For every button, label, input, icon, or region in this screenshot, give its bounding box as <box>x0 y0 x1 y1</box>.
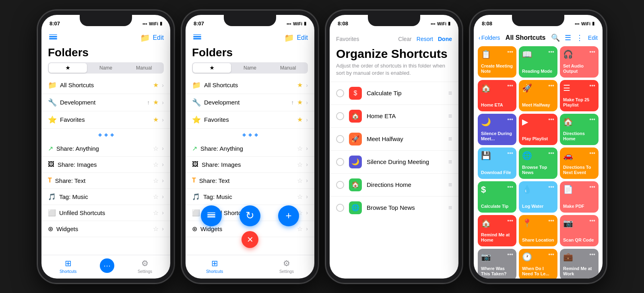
star-icon[interactable]: ★ <box>297 116 303 123</box>
tile-meet-halfway[interactable]: ••• 🚀 Meet Halfway <box>519 80 557 111</box>
drag-handle[interactable]: ≡ <box>448 158 452 166</box>
org-item-home-eta[interactable]: 🏠 Home ETA ≡ <box>330 104 458 127</box>
tile-where-was-this-taken[interactable]: ••• 📷 Where Was This Taken? <box>478 249 516 279</box>
radio-button[interactable] <box>336 135 344 143</box>
list-item-all-shortcuts-1[interactable]: 📁 All Shortcuts ★ › <box>41 77 170 94</box>
tile-dots[interactable]: ••• <box>507 49 513 55</box>
star-icon[interactable]: ★ <box>297 98 303 106</box>
tab-shortcuts-2[interactable]: ⊞ Shortcuts <box>206 258 223 274</box>
star-icon-empty[interactable]: ☆ <box>153 193 159 201</box>
radio-button[interactable] <box>336 112 344 120</box>
star-icon[interactable]: ★ <box>153 81 159 89</box>
search-icon[interactable]: 🔍 <box>551 33 560 42</box>
list-item-favorites-2[interactable]: ⭐ Favorites ★ › <box>186 111 314 129</box>
drag-handle[interactable]: ≡ <box>448 181 452 189</box>
tile-dots[interactable]: ••• <box>507 251 513 258</box>
tile-silence-during-meeting[interactable]: ••• 🌙 Silence During Meet... <box>478 114 516 145</box>
tile-set-audio-output[interactable]: ••• 🎧 Set Audio Output <box>560 46 599 78</box>
segment-name-1[interactable]: Name <box>87 63 125 73</box>
tile-dots[interactable]: ••• <box>548 184 554 190</box>
tile-dots[interactable]: ••• <box>548 217 554 224</box>
tab-shortcuts-1[interactable]: ⊞ Shortcuts <box>60 258 76 274</box>
org-item-calculate-tip[interactable]: $ Calculate Tip ≡ <box>330 82 458 104</box>
list-item-share-anything-2[interactable]: ↗ Share: Anything ☆ › <box>186 141 314 157</box>
tile-dots[interactable]: ••• <box>589 116 595 123</box>
segment-star-1[interactable]: ★ <box>49 63 87 73</box>
tile-dots[interactable]: ••• <box>589 150 595 156</box>
list-item-favorites-1[interactable]: ⭐ Favorites ★ › <box>41 111 170 129</box>
star-icon-empty[interactable]: ☆ <box>153 161 159 168</box>
star-icon-empty[interactable]: ☆ <box>153 145 159 152</box>
tile-dots[interactable]: ••• <box>507 150 513 156</box>
star-icon-empty[interactable]: ☆ <box>153 209 159 217</box>
radio-button[interactable] <box>336 204 344 212</box>
edit-button-1[interactable]: Edit <box>153 34 164 41</box>
tile-when-do-i-need-to-leave[interactable]: ••• 🕐 When Do I Need To Le... <box>519 249 557 279</box>
list-item-share-text-2[interactable]: T Share: Text ☆ › <box>186 173 314 189</box>
radio-button[interactable] <box>336 158 344 166</box>
edit-button-2[interactable]: Edit <box>297 34 308 41</box>
segment-control-1[interactable]: ★ Name Manual <box>48 62 164 74</box>
star-icon-empty[interactable]: ☆ <box>297 145 303 152</box>
tile-dots[interactable]: ••• <box>507 184 513 190</box>
tile-remind-me-at-work[interactable]: ••• 💼 Remind Me at Work <box>560 249 599 279</box>
tile-make-pdf[interactable]: ••• 📄 Make PDF <box>560 181 599 213</box>
edit-button-4[interactable]: Edit <box>588 35 598 41</box>
tile-directions-to-next-event[interactable]: ••• 🚗 Directions To Next Event <box>560 148 599 179</box>
list-item-widgets-1[interactable]: ⊛ Widgets ☆ › <box>41 221 170 237</box>
tile-dots[interactable]: ••• <box>589 251 595 258</box>
back-button[interactable]: ‹ Folders <box>479 35 500 41</box>
drag-handle[interactable]: ≡ <box>448 113 452 120</box>
list-item-tag-music-1[interactable]: 🎵 Tag: Music ☆ › <box>41 189 170 205</box>
list-icon[interactable]: ☰ <box>565 33 571 42</box>
tab-fab-1[interactable]: ⋯ <box>100 258 114 274</box>
segment-control-2[interactable]: ★ Name Manual <box>192 62 308 74</box>
fab-refresh-button[interactable]: ↻ <box>239 205 260 226</box>
segment-star-2[interactable]: ★ <box>193 63 231 73</box>
tile-directions-home[interactable]: ••• 🏠 Directions Home <box>560 114 599 145</box>
list-item-share-images-1[interactable]: 🖼 Share: Images ☆ › <box>41 157 170 173</box>
star-icon-empty[interactable]: ☆ <box>297 177 303 184</box>
clear-button[interactable]: Clear <box>398 36 411 42</box>
list-item-share-images-2[interactable]: 🖼 Share: Images ☆ › <box>186 157 314 173</box>
tile-dots[interactable]: ••• <box>507 217 513 224</box>
star-icon[interactable]: ★ <box>153 116 159 123</box>
tile-create-meeting-note[interactable]: ••• 📋 Create Meeting Note <box>478 46 516 78</box>
tile-download-file[interactable]: ••• 💾 Download File <box>478 148 516 179</box>
done-button[interactable]: Done <box>438 36 452 42</box>
tile-reading-mode[interactable]: ••• 📖 Reading Mode <box>519 46 557 78</box>
star-icon-empty[interactable]: ☆ <box>153 225 159 233</box>
tile-calculate-tip[interactable]: ••• $ Calculate Tip <box>478 181 516 213</box>
tile-log-water[interactable]: ••• 💧 Log Water <box>519 181 557 213</box>
tile-dots[interactable]: ••• <box>548 150 554 156</box>
list-item-share-anything-1[interactable]: ↗ Share: Anything ☆ › <box>41 141 170 157</box>
star-icon-empty[interactable]: ☆ <box>297 161 303 168</box>
segment-name-2[interactable]: Name <box>231 63 269 73</box>
segment-manual-2[interactable]: Manual <box>269 63 307 73</box>
star-icon[interactable]: ★ <box>297 81 303 89</box>
tile-dots[interactable]: ••• <box>507 82 513 89</box>
drag-handle[interactable]: ≡ <box>448 90 452 97</box>
tab-settings-1[interactable]: ⚙ Settings <box>138 258 152 274</box>
tile-remind-me-at-home[interactable]: ••• 🏠 Remind Me at Home <box>478 215 516 246</box>
tile-dots[interactable]: ••• <box>589 184 595 190</box>
drag-handle[interactable]: ≡ <box>448 204 452 211</box>
org-item-directions-home[interactable]: 🏠 Directions Home ≡ <box>330 173 458 196</box>
fab-close-button[interactable]: ✕ <box>242 231 258 248</box>
radio-button[interactable] <box>336 181 344 189</box>
tile-dots[interactable]: ••• <box>589 217 595 224</box>
drag-handle[interactable]: ≡ <box>448 135 452 143</box>
list-item-development-2[interactable]: 🔧 Development ↑ ★ › <box>186 94 314 111</box>
list-item-all-shortcuts-2[interactable]: 📁 All Shortcuts ★ › <box>186 77 314 94</box>
star-icon[interactable]: ★ <box>153 98 159 106</box>
list-item-unfiled-1[interactable]: ⬜ Unfiled Shortcuts ☆ › <box>41 205 170 221</box>
fab-add-button[interactable]: + <box>278 205 299 226</box>
fab-button[interactable]: ⋯ <box>100 258 114 273</box>
tile-browse-top-news[interactable]: ••• 🌐 Browse Top News <box>519 148 557 179</box>
tile-dots[interactable]: ••• <box>548 251 554 258</box>
list-item-share-text-1[interactable]: T Share: Text ☆ › <box>41 173 170 189</box>
segment-manual-1[interactable]: Manual <box>125 63 163 73</box>
tab-settings-2[interactable]: ⚙ Settings <box>279 258 294 274</box>
tile-share-location[interactable]: ••• 📍 Share Location <box>519 215 557 246</box>
tile-dots[interactable]: ••• <box>507 116 513 123</box>
